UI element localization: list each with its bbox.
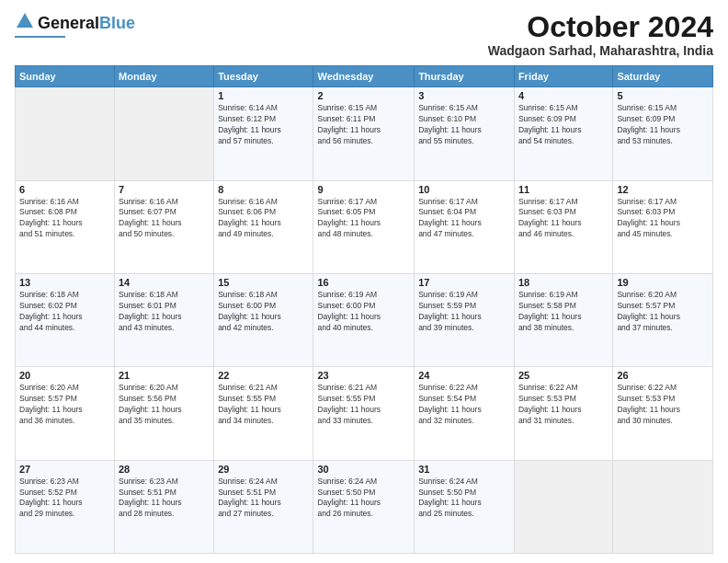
day-number: 14	[119, 277, 210, 288]
header: GeneralBlue October 2024 Wadgaon Sarhad,…	[15, 11, 713, 58]
day-info: Sunrise: 6:23 AM Sunset: 5:51 PM Dayligh…	[119, 477, 210, 521]
calendar-cell: 22Sunrise: 6:21 AM Sunset: 5:55 PM Dayli…	[214, 367, 313, 460]
day-number: 8	[218, 184, 309, 195]
weekday-row: SundayMondayTuesdayWednesdayThursdayFrid…	[16, 66, 713, 87]
day-info: Sunrise: 6:16 AM Sunset: 6:06 PM Dayligh…	[218, 197, 309, 241]
day-number: 16	[317, 277, 410, 288]
calendar-cell: 23Sunrise: 6:21 AM Sunset: 5:55 PM Dayli…	[313, 367, 415, 460]
day-info: Sunrise: 6:20 AM Sunset: 5:57 PM Dayligh…	[19, 383, 110, 427]
logo-text: GeneralBlue	[38, 14, 135, 33]
calendar-cell	[514, 460, 612, 553]
calendar-cell: 8Sunrise: 6:16 AM Sunset: 6:06 PM Daylig…	[214, 180, 313, 273]
day-info: Sunrise: 6:24 AM Sunset: 5:50 PM Dayligh…	[317, 477, 410, 521]
calendar-week-row: 13Sunrise: 6:18 AM Sunset: 6:02 PM Dayli…	[16, 273, 713, 366]
calendar-cell	[115, 87, 214, 180]
weekday-header-saturday: Saturday	[613, 66, 713, 87]
day-info: Sunrise: 6:22 AM Sunset: 5:53 PM Dayligh…	[518, 383, 609, 427]
day-number: 6	[19, 184, 110, 195]
calendar-cell: 13Sunrise: 6:18 AM Sunset: 6:02 PM Dayli…	[16, 273, 115, 366]
day-number: 23	[317, 370, 410, 381]
calendar-cell: 18Sunrise: 6:19 AM Sunset: 5:58 PM Dayli…	[514, 273, 612, 366]
calendar-week-row: 27Sunrise: 6:23 AM Sunset: 5:52 PM Dayli…	[16, 460, 713, 553]
day-info: Sunrise: 6:22 AM Sunset: 5:54 PM Dayligh…	[418, 383, 510, 427]
calendar-cell: 25Sunrise: 6:22 AM Sunset: 5:53 PM Dayli…	[514, 367, 612, 460]
weekday-header-sunday: Sunday	[16, 66, 115, 87]
day-number: 18	[518, 277, 609, 288]
day-info: Sunrise: 6:18 AM Sunset: 6:01 PM Dayligh…	[119, 290, 210, 334]
calendar-cell: 7Sunrise: 6:16 AM Sunset: 6:07 PM Daylig…	[115, 180, 214, 273]
calendar-cell: 27Sunrise: 6:23 AM Sunset: 5:52 PM Dayli…	[16, 460, 115, 553]
calendar-header: SundayMondayTuesdayWednesdayThursdayFrid…	[16, 66, 713, 87]
calendar-cell: 10Sunrise: 6:17 AM Sunset: 6:04 PM Dayli…	[415, 180, 515, 273]
day-info: Sunrise: 6:17 AM Sunset: 6:03 PM Dayligh…	[617, 197, 709, 241]
day-info: Sunrise: 6:19 AM Sunset: 5:59 PM Dayligh…	[418, 290, 510, 334]
calendar-cell: 3Sunrise: 6:15 AM Sunset: 6:10 PM Daylig…	[415, 87, 515, 180]
day-number: 10	[418, 184, 510, 195]
calendar-cell: 28Sunrise: 6:23 AM Sunset: 5:51 PM Dayli…	[115, 460, 214, 553]
calendar-cell: 5Sunrise: 6:15 AM Sunset: 6:09 PM Daylig…	[613, 87, 713, 180]
day-info: Sunrise: 6:24 AM Sunset: 5:51 PM Dayligh…	[218, 477, 309, 521]
logo-underline	[15, 36, 65, 38]
calendar-cell: 14Sunrise: 6:18 AM Sunset: 6:01 PM Dayli…	[115, 273, 214, 366]
calendar-cell	[613, 460, 713, 553]
calendar-week-row: 20Sunrise: 6:20 AM Sunset: 5:57 PM Dayli…	[16, 367, 713, 460]
day-number: 11	[518, 184, 609, 195]
day-info: Sunrise: 6:24 AM Sunset: 5:50 PM Dayligh…	[418, 477, 510, 521]
day-info: Sunrise: 6:15 AM Sunset: 6:09 PM Dayligh…	[518, 103, 609, 147]
svg-marker-0	[17, 13, 33, 28]
day-info: Sunrise: 6:15 AM Sunset: 6:11 PM Dayligh…	[317, 103, 410, 147]
day-info: Sunrise: 6:21 AM Sunset: 5:55 PM Dayligh…	[317, 383, 410, 427]
weekday-header-tuesday: Tuesday	[214, 66, 313, 87]
weekday-header-wednesday: Wednesday	[313, 66, 415, 87]
day-number: 9	[317, 184, 410, 195]
day-number: 17	[418, 277, 510, 288]
logo-icon	[15, 11, 35, 35]
day-info: Sunrise: 6:14 AM Sunset: 6:12 PM Dayligh…	[218, 103, 309, 147]
calendar-cell: 29Sunrise: 6:24 AM Sunset: 5:51 PM Dayli…	[214, 460, 313, 553]
day-number: 15	[218, 277, 309, 288]
day-info: Sunrise: 6:17 AM Sunset: 6:03 PM Dayligh…	[518, 197, 609, 241]
month-title: October 2024	[488, 11, 713, 43]
day-info: Sunrise: 6:23 AM Sunset: 5:52 PM Dayligh…	[19, 477, 110, 521]
calendar-cell: 16Sunrise: 6:19 AM Sunset: 6:00 PM Dayli…	[313, 273, 415, 366]
calendar-body: 1Sunrise: 6:14 AM Sunset: 6:12 PM Daylig…	[16, 87, 713, 554]
day-info: Sunrise: 6:19 AM Sunset: 5:58 PM Dayligh…	[518, 290, 609, 334]
calendar-cell: 30Sunrise: 6:24 AM Sunset: 5:50 PM Dayli…	[313, 460, 415, 553]
day-number: 20	[19, 370, 110, 381]
calendar-cell: 6Sunrise: 6:16 AM Sunset: 6:08 PM Daylig…	[16, 180, 115, 273]
day-info: Sunrise: 6:18 AM Sunset: 6:00 PM Dayligh…	[218, 290, 309, 334]
day-number: 5	[617, 90, 709, 101]
calendar-cell: 19Sunrise: 6:20 AM Sunset: 5:57 PM Dayli…	[613, 273, 713, 366]
day-number: 29	[218, 464, 309, 475]
day-info: Sunrise: 6:21 AM Sunset: 5:55 PM Dayligh…	[218, 383, 309, 427]
day-info: Sunrise: 6:18 AM Sunset: 6:02 PM Dayligh…	[19, 290, 110, 334]
calendar-cell: 9Sunrise: 6:17 AM Sunset: 6:05 PM Daylig…	[313, 180, 415, 273]
calendar-cell: 21Sunrise: 6:20 AM Sunset: 5:56 PM Dayli…	[115, 367, 214, 460]
calendar-cell: 15Sunrise: 6:18 AM Sunset: 6:00 PM Dayli…	[214, 273, 313, 366]
day-number: 19	[617, 277, 709, 288]
day-number: 22	[218, 370, 309, 381]
day-number: 26	[617, 370, 709, 381]
calendar-cell: 4Sunrise: 6:15 AM Sunset: 6:09 PM Daylig…	[514, 87, 612, 180]
day-number: 3	[418, 90, 510, 101]
calendar-week-row: 6Sunrise: 6:16 AM Sunset: 6:08 PM Daylig…	[16, 180, 713, 273]
location: Wadgaon Sarhad, Maharashtra, India	[488, 43, 713, 58]
title-area: October 2024 Wadgaon Sarhad, Maharashtra…	[488, 11, 713, 58]
day-number: 25	[518, 370, 609, 381]
day-info: Sunrise: 6:17 AM Sunset: 6:05 PM Dayligh…	[317, 197, 410, 241]
day-info: Sunrise: 6:15 AM Sunset: 6:09 PM Dayligh…	[617, 103, 709, 147]
calendar-week-row: 1Sunrise: 6:14 AM Sunset: 6:12 PM Daylig…	[16, 87, 713, 180]
calendar-cell: 26Sunrise: 6:22 AM Sunset: 5:53 PM Dayli…	[613, 367, 713, 460]
day-number: 13	[19, 277, 110, 288]
weekday-header-friday: Friday	[514, 66, 612, 87]
logo: GeneralBlue	[15, 11, 135, 38]
day-number: 21	[119, 370, 210, 381]
day-info: Sunrise: 6:19 AM Sunset: 6:00 PM Dayligh…	[317, 290, 410, 334]
calendar-cell: 20Sunrise: 6:20 AM Sunset: 5:57 PM Dayli…	[16, 367, 115, 460]
day-info: Sunrise: 6:16 AM Sunset: 6:07 PM Dayligh…	[119, 197, 210, 241]
calendar-cell	[16, 87, 115, 180]
day-number: 30	[317, 464, 410, 475]
day-info: Sunrise: 6:22 AM Sunset: 5:53 PM Dayligh…	[617, 383, 709, 427]
day-number: 24	[418, 370, 510, 381]
calendar-cell: 12Sunrise: 6:17 AM Sunset: 6:03 PM Dayli…	[613, 180, 713, 273]
